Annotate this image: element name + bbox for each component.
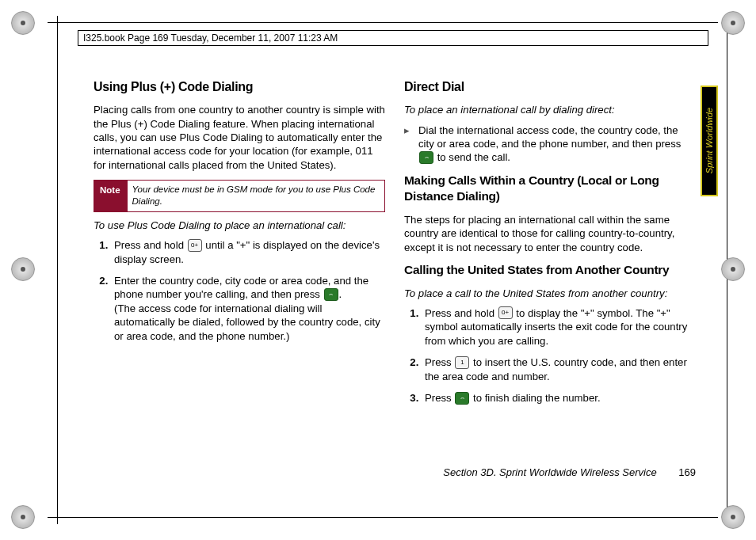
footer-section-text: Section 3D. Sprint Worldwide Wireless Se… [443,466,656,478]
instruction-lead: To place a call to the United States fro… [404,287,696,300]
right-column: Direct Dial To place an international ca… [404,75,696,487]
instruction-lead: To place an international call by dialin… [404,103,696,116]
note-box: Note Your device must be in GSM mode for… [94,180,385,211]
footer-page-number: 169 [678,466,696,478]
registration-target [11,11,35,35]
section-tab-label: Sprint Worldwide [704,108,714,173]
paragraph: Placing calls from one country to anothe… [94,103,385,172]
registration-target [11,505,35,529]
page-body: Using Plus (+) Code Dialing Placing call… [94,75,696,487]
section-tab: Sprint Worldwide [701,86,718,196]
call-key-icon: ⌢ [455,392,469,405]
framemaker-header: I325.book Page 169 Tuesday, December 11,… [78,30,708,46]
heading-within-country: Making Calls Within a Country (Local or … [404,173,696,205]
heading-direct-dial: Direct Dial [404,78,696,95]
zero-plus-key-icon: 0+ [498,306,513,319]
steps-call-us: Press and hold 0+ to display the "+" sym… [404,306,696,405]
call-key-icon: ⌢ [324,288,338,301]
bullet-item: ▸ Dial the international access code, th… [404,124,696,165]
instruction-lead: To use Plus Code Dialing to place an int… [94,219,385,232]
step-2: Enter the country code, city code or are… [111,274,385,343]
header-stamp-text: I325.book Page 169 Tuesday, December 11,… [83,32,338,44]
page-footer: Section 3D. Sprint Worldwide Wireless Se… [94,466,696,478]
step-3: Press ⌢ to finish dialing the number. [422,391,696,405]
step-1: Press and hold 0+ to display the "+" sym… [422,306,696,348]
zero-plus-key-icon: 0+ [188,239,202,252]
bullet-text: Dial the international access code, the … [418,124,696,165]
note-body: Your device must be in GSM mode for you … [127,180,385,211]
one-key-icon: 1 [455,356,469,369]
registration-target [721,257,745,281]
steps-plus-code: Press and hold 0+ until a "+" is display… [94,238,385,343]
paragraph: The steps for placing an international c… [404,213,696,254]
step-1: Press and hold 0+ until a "+" is display… [111,238,385,266]
registration-target [721,11,745,35]
registration-target [11,257,35,281]
registration-target [721,505,745,529]
call-key-icon: ⌢ [419,151,433,164]
left-column: Using Plus (+) Code Dialing Placing call… [94,75,385,487]
bullet-arrow-icon: ▸ [404,124,418,165]
step-2: Press 1 to insert the U.S. country code,… [422,356,696,383]
note-label: Note [94,180,127,211]
heading-plus-code: Using Plus (+) Code Dialing [94,78,385,95]
heading-call-us: Calling the United States from Another C… [404,262,696,278]
